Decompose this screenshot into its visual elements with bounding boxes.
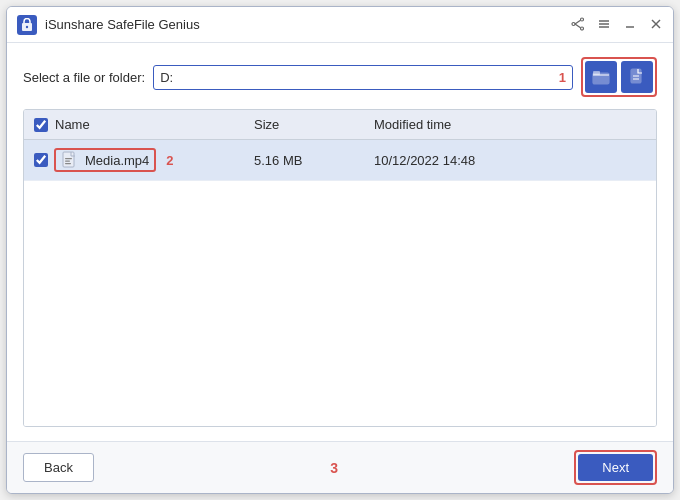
- svg-rect-19: [65, 158, 72, 159]
- file-name: Media.mp4: [85, 153, 149, 168]
- minimize-icon[interactable]: [623, 17, 637, 33]
- window-controls: [571, 17, 663, 33]
- next-button-wrap: Next: [574, 450, 657, 485]
- row-name-cell: Media.mp4 2: [24, 140, 244, 180]
- open-folder-button[interactable]: [585, 61, 617, 93]
- app-window: iSunshare SafeFile Genius: [6, 6, 674, 494]
- step-1-badge: 1: [559, 70, 566, 85]
- svg-point-1: [26, 25, 28, 27]
- select-row: Select a file or folder: D: 1: [23, 57, 657, 97]
- svg-line-5: [575, 20, 581, 24]
- footer: Back 3 Next: [7, 441, 673, 493]
- table-row: Media.mp4 2 5.16 MB 10/12/2022 14:48: [24, 140, 656, 181]
- header-size-cell: Size: [244, 110, 364, 139]
- action-buttons-group: [581, 57, 657, 97]
- app-title: iSunshare SafeFile Genius: [45, 17, 571, 32]
- table-header: Name Size Modified time: [24, 110, 656, 140]
- svg-rect-20: [65, 161, 70, 162]
- titlebar: iSunshare SafeFile Genius: [7, 7, 673, 43]
- header-modified-cell: Modified time: [364, 110, 656, 139]
- table-body: Media.mp4 2 5.16 MB 10/12/2022 14:48: [24, 140, 656, 426]
- app-icon: [17, 15, 37, 35]
- step-2-badge: 2: [162, 153, 173, 168]
- main-content: Select a file or folder: D: 1: [7, 43, 673, 441]
- select-label: Select a file or folder:: [23, 70, 145, 85]
- path-input[interactable]: D: 1: [153, 65, 573, 90]
- file-table: Name Size Modified time: [23, 109, 657, 427]
- close-icon[interactable]: [649, 17, 663, 33]
- svg-rect-21: [65, 163, 71, 164]
- row-size-cell: 5.16 MB: [244, 140, 364, 180]
- step-3-badge: 3: [94, 460, 574, 476]
- file-checkbox[interactable]: [34, 153, 48, 167]
- svg-point-2: [581, 18, 584, 21]
- svg-point-4: [572, 22, 575, 25]
- row-modified-cell: 10/12/2022 14:48: [364, 140, 656, 180]
- header-name-label: Name: [55, 117, 90, 132]
- next-button[interactable]: Next: [578, 454, 653, 481]
- header-name-cell: Name: [24, 110, 244, 139]
- svg-line-6: [575, 24, 581, 28]
- back-button[interactable]: Back: [23, 453, 94, 482]
- svg-rect-18: [63, 152, 74, 167]
- header-checkbox[interactable]: [34, 118, 48, 132]
- file-icon: [61, 151, 79, 169]
- file-name-box: Media.mp4: [54, 148, 156, 172]
- menu-icon[interactable]: [597, 17, 611, 33]
- svg-point-3: [581, 27, 584, 30]
- share-icon[interactable]: [571, 17, 585, 33]
- open-file-button[interactable]: [621, 61, 653, 93]
- svg-rect-14: [593, 71, 600, 75]
- path-value: D:: [160, 70, 173, 85]
